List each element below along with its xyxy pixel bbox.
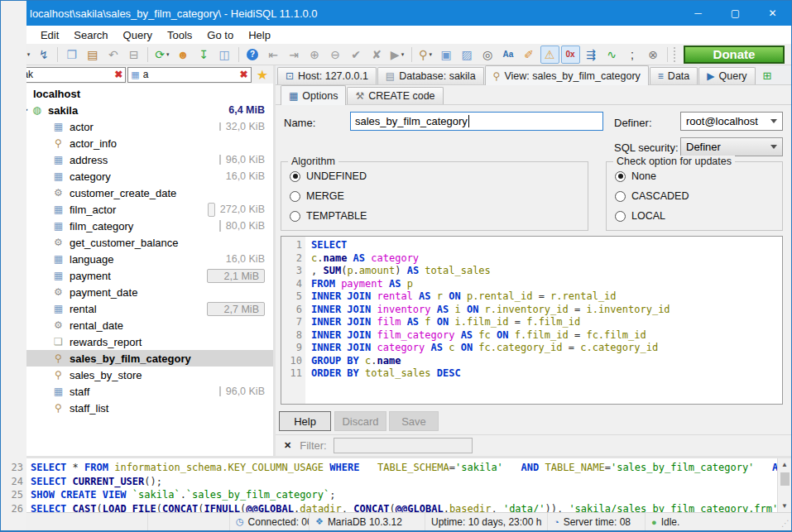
- tab-view-sales-by-film-category[interactable]: ⚲View: sales_by_film_category: [485, 65, 649, 85]
- save-database-icon[interactable]: ◫: [215, 46, 234, 64]
- tree-item-actor-info[interactable]: ⚲actor_info: [1, 135, 273, 151]
- undo-icon[interactable]: ↶: [103, 46, 122, 64]
- clear-database-filter-icon[interactable]: ✖: [114, 69, 122, 80]
- maximize-button[interactable]: ▢: [717, 1, 754, 26]
- menu-item-help[interactable]: Help: [241, 26, 278, 44]
- table-filter-input[interactable]: ▦ a ✖: [127, 67, 251, 83]
- menu-item-search[interactable]: Search: [66, 26, 115, 44]
- check-option-option-local[interactable]: LOCAL: [615, 210, 782, 222]
- radio-button[interactable]: [290, 171, 300, 182]
- tree-item-customer-create-date[interactable]: ⚙customer_create_date: [1, 185, 273, 201]
- discard-button[interactable]: Discard: [334, 411, 386, 431]
- warning-filter-icon[interactable]: ⚠: [540, 46, 559, 64]
- scroll-up-icon[interactable]: ▲: [778, 458, 791, 471]
- last-record-icon[interactable]: ⇥: [285, 46, 304, 64]
- menu-item-edit[interactable]: Edit: [33, 26, 66, 44]
- user-manager-icon[interactable]: ☻: [174, 46, 193, 64]
- radio-button[interactable]: [615, 191, 626, 202]
- sql-editor[interactable]: 1SELECT2c.name AS category3, SUM(p.amoun…: [281, 236, 783, 405]
- bind-params-icon[interactable]: ⇶: [582, 46, 601, 64]
- radio-button[interactable]: [290, 211, 300, 222]
- refresh-icon[interactable]: ⟳▾: [152, 46, 171, 64]
- menu-item-query[interactable]: Query: [116, 26, 160, 44]
- tree-item-film-category[interactable]: ▦film_category80,0 KiB: [1, 218, 273, 234]
- favorites-star-icon[interactable]: ★: [253, 67, 271, 83]
- tree-item-get-customer-balance[interactable]: ⚙get_customer_balance: [1, 234, 273, 251]
- tree-item-payment-date[interactable]: ⚙payment_date: [1, 284, 273, 300]
- sql-log[interactable]: 23SELECT * FROM information_schema.KEY_C…: [1, 458, 777, 512]
- tab-query[interactable]: ▶Query: [698, 67, 755, 84]
- subtab-options[interactable]: ▦Options: [281, 85, 346, 105]
- execute-query-icon[interactable]: ▶▾: [388, 46, 407, 64]
- reformat-sql-icon[interactable]: ∿: [602, 46, 622, 64]
- tree-item-language[interactable]: ▦language16,0 KiB: [1, 251, 273, 267]
- disconnect-icon[interactable]: ↯: [34, 46, 53, 64]
- minimize-button[interactable]: ─: [679, 1, 717, 26]
- radio-button[interactable]: [290, 191, 300, 202]
- close-filter-icon[interactable]: ✕: [284, 440, 291, 451]
- sql-security-combobox[interactable]: Definer: [680, 137, 783, 156]
- donate-button[interactable]: Donate: [684, 46, 785, 64]
- tree-item-sales-by-store[interactable]: ⚲sales_by_store: [1, 367, 273, 383]
- save-as-icon[interactable]: ▨: [458, 46, 477, 64]
- tab-host-127-0-0-1[interactable]: ⊡Host: 127.0.0.1: [277, 67, 377, 84]
- stop-icon[interactable]: ⊗: [644, 46, 663, 64]
- filter-input[interactable]: [334, 438, 473, 453]
- check-option-option-cascaded[interactable]: CASCADED: [615, 190, 782, 202]
- cancel-icon[interactable]: ✘: [367, 46, 386, 64]
- definer-combobox[interactable]: root@localhost: [680, 112, 783, 131]
- first-record-icon[interactable]: ⇤: [264, 46, 283, 64]
- resize-grip[interactable]: ⋰: [781, 519, 790, 528]
- view-name-input[interactable]: sales_by_film_category: [350, 112, 603, 131]
- tab-data[interactable]: ≡Data: [650, 67, 698, 84]
- check-option-option-none[interactable]: None: [615, 170, 782, 182]
- tree-item-rewards-report[interactable]: ❏rewards_report: [1, 333, 273, 350]
- tree-item-category[interactable]: ▦category16,0 KiB: [1, 168, 273, 185]
- save-button[interactable]: Save: [389, 411, 439, 431]
- add-record-icon[interactable]: ⊕: [305, 46, 324, 64]
- tree-item-sakila[interactable]: ❯◍sakila6,4 MiB: [1, 102, 273, 118]
- letter-case-icon[interactable]: Aa: [499, 46, 518, 64]
- hex-view-icon[interactable]: 0x: [561, 46, 580, 64]
- tree-item-rental-date[interactable]: ⚙rental_date: [1, 317, 273, 333]
- delete-record-icon[interactable]: ⊖: [326, 46, 345, 64]
- export-icon[interactable]: ↧: [194, 46, 214, 64]
- radio-button[interactable]: [615, 171, 626, 182]
- subtab-create-code[interactable]: ⚒CREATE code: [347, 87, 443, 104]
- line-number: 10: [281, 355, 302, 368]
- help-icon[interactable]: ?: [243, 46, 262, 64]
- tree-item-localhost[interactable]: ❯❖localhost: [1, 85, 273, 102]
- print-icon[interactable]: ⊟: [124, 46, 143, 64]
- tree-item-payment[interactable]: ▦payment2,1 MiB: [1, 267, 273, 284]
- radio-button[interactable]: [615, 211, 626, 222]
- tab-database-sakila[interactable]: ▤Database: sakila: [377, 67, 484, 84]
- close-button[interactable]: ✕: [754, 1, 791, 26]
- apply-icon[interactable]: ✔: [347, 46, 366, 64]
- add-query-tab-icon[interactable]: ⊞: [760, 69, 775, 82]
- format-brush-icon[interactable]: ✐: [520, 46, 539, 64]
- semicolon-icon[interactable]: ;: [623, 46, 642, 64]
- clear-table-filter-icon[interactable]: ✖: [240, 69, 248, 80]
- tree-item-staff[interactable]: ▦staff96,0 KiB: [1, 383, 273, 400]
- log-scrollbar[interactable]: ▲ ▼: [777, 458, 791, 512]
- copy-icon[interactable]: ❐: [62, 46, 81, 64]
- find-in-files-icon[interactable]: ⚲▾: [416, 46, 435, 64]
- algorithm-option-temptable[interactable]: TEMPTABLE: [290, 210, 588, 222]
- tree-item-actor[interactable]: ▦actor32,0 KiB: [1, 118, 273, 135]
- tree-item-address[interactable]: ▦address96,0 KiB: [1, 151, 273, 168]
- menu-item-tools[interactable]: Tools: [160, 26, 199, 44]
- sql-security-value: Definer: [686, 141, 721, 153]
- help-button[interactable]: Help: [279, 411, 331, 431]
- tree-item-rental[interactable]: ▦rental2,7 MiB: [1, 300, 273, 317]
- menu-item-go-to[interactable]: Go to: [199, 26, 241, 44]
- tree-item-sales-by-film-category[interactable]: ⚲sales_by_film_category: [1, 350, 273, 367]
- algorithm-option-undefined[interactable]: UNDEFINED: [290, 170, 588, 182]
- save-icon[interactable]: ▣: [437, 46, 456, 64]
- scrollbar-thumb[interactable]: [780, 472, 790, 486]
- search-icon[interactable]: ◎: [478, 46, 497, 64]
- tree-item-film-actor[interactable]: ▦film_actor272,0 KiB: [1, 201, 273, 218]
- algorithm-option-merge[interactable]: MERGE: [290, 190, 588, 202]
- scroll-down-icon[interactable]: ▼: [778, 500, 791, 512]
- tree-item-staff-list[interactable]: ⚲staff_list: [1, 400, 273, 416]
- paste-icon[interactable]: ▤: [83, 46, 102, 64]
